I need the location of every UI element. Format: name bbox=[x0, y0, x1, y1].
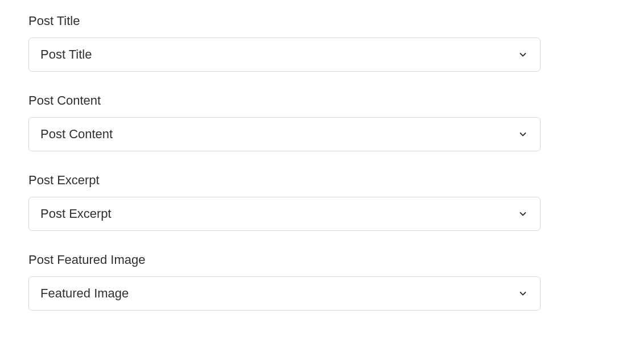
select-post-featured-image[interactable]: Featured Image bbox=[28, 276, 541, 311]
label-post-excerpt: Post Excerpt bbox=[28, 173, 607, 188]
select-value-post-featured-image: Featured Image bbox=[40, 286, 129, 301]
label-post-content: Post Content bbox=[28, 93, 607, 108]
chevron-down-icon bbox=[517, 129, 529, 140]
field-post-featured-image: Post Featured Image Featured Image bbox=[28, 253, 607, 311]
chevron-down-icon bbox=[517, 49, 529, 60]
chevron-down-icon bbox=[517, 288, 529, 299]
field-post-excerpt: Post Excerpt Post Excerpt bbox=[28, 173, 607, 231]
select-post-content[interactable]: Post Content bbox=[28, 117, 541, 151]
select-value-post-content: Post Content bbox=[40, 127, 113, 142]
select-post-excerpt[interactable]: Post Excerpt bbox=[28, 197, 541, 231]
field-post-title: Post Title Post Title bbox=[28, 14, 607, 72]
select-value-post-excerpt: Post Excerpt bbox=[40, 206, 112, 221]
label-post-title: Post Title bbox=[28, 14, 607, 28]
field-post-content: Post Content Post Content bbox=[28, 93, 607, 151]
select-post-title[interactable]: Post Title bbox=[28, 38, 541, 72]
label-post-featured-image: Post Featured Image bbox=[28, 253, 607, 267]
chevron-down-icon bbox=[517, 208, 529, 220]
select-value-post-title: Post Title bbox=[40, 47, 92, 62]
